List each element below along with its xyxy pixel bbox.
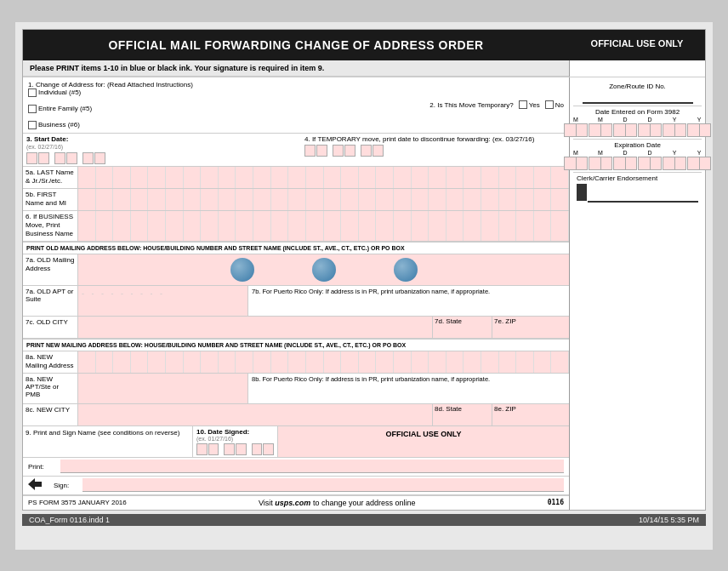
temp-date-cell-6[interactable] [373, 145, 384, 157]
business-name-input[interactable] [78, 211, 569, 241]
date-cell-5[interactable] [82, 152, 94, 164]
date-y1[interactable] [663, 123, 674, 137]
exp-m3[interactable] [589, 157, 600, 170]
old-city-input[interactable] [78, 317, 433, 338]
status-bar: COA_Form 0116.indd 1 10/14/15 5:35 PM [22, 514, 706, 526]
date-d3[interactable] [638, 123, 650, 137]
temp-date-cell-4[interactable] [344, 145, 355, 157]
sign-input[interactable] [82, 478, 564, 492]
clerk-area: Clerk/Carrier Endorsement [573, 173, 702, 204]
exp-d1[interactable] [613, 157, 625, 170]
date-y4[interactable] [699, 123, 711, 137]
exp-m1[interactable] [564, 157, 576, 170]
date-m3[interactable] [589, 123, 600, 137]
temp-date-cell-2[interactable] [316, 145, 327, 157]
date-cell-2[interactable] [38, 152, 49, 164]
print-input[interactable] [60, 460, 564, 473]
item5b-label: 5b. FIRST Name and MI [23, 189, 78, 210]
yes-option[interactable]: Yes [519, 100, 540, 109]
item8e-label: 8e. ZIP [492, 404, 569, 414]
exp-d2[interactable] [625, 157, 637, 170]
first-name-input[interactable] [78, 189, 569, 210]
temp-date-cell-5[interactable] [361, 145, 372, 157]
item10-hint: (ex. 01/27/16) [196, 436, 274, 442]
date-cell-6[interactable] [94, 152, 105, 164]
row-8a: 8a. NEW Mailing Address [23, 351, 569, 374]
yes-checkbox[interactable] [519, 100, 527, 109]
date-d1[interactable] [613, 123, 625, 137]
old-address-input[interactable] [78, 254, 569, 285]
date-d2[interactable] [625, 123, 637, 137]
temp-date-cell-1[interactable] [304, 145, 316, 157]
item7b-text: 7b. For Puerto Rico Only: If address is … [248, 286, 569, 316]
temp-date-input[interactable] [304, 145, 566, 157]
date-cell-3[interactable] [54, 152, 65, 164]
start-date-input[interactable] [26, 152, 287, 164]
temp-date-cell-3[interactable] [333, 145, 344, 157]
item2-label: 2. Is This Move Temporary? [429, 101, 513, 109]
clerk-endorsement-input[interactable] [588, 186, 698, 203]
row-8a-apt: 8a. NEW APT/Ste or PMB 8b. For Puerto Ri… [23, 374, 569, 404]
footer-right: 0116 [548, 499, 564, 506]
item10-label: 10. Date Signed: [196, 428, 274, 436]
new-state-input[interactable] [433, 414, 492, 425]
new-zip-input[interactable] [492, 414, 569, 425]
date-cell-4[interactable] [66, 152, 77, 164]
item1-label: 1. Change of Address for: (Read Attached… [28, 81, 193, 89]
business-checkbox[interactable] [28, 121, 37, 129]
old-apt-input[interactable]: - - - - - - - - - [78, 286, 248, 316]
row-first-name: 5b. FIRST Name and MI [23, 189, 569, 211]
official-use-sidebar: Zone/Route ID No. Date Entered on Form 3… [569, 77, 705, 510]
form-title: OFFICIAL MAIL FORWARDING CHANGE OF ADDRE… [23, 30, 569, 60]
entire-family-checkbox[interactable] [28, 105, 37, 113]
new-apt-input[interactable] [78, 374, 248, 403]
individual-checkbox[interactable] [28, 89, 37, 97]
date-m2[interactable] [576, 123, 588, 137]
official-use-bottom: OFFICIAL USE ONLY [278, 426, 569, 457]
no-checkbox[interactable] [545, 100, 554, 109]
date-m1[interactable] [564, 123, 576, 137]
date-signed-input[interactable] [196, 443, 274, 455]
date-y2[interactable] [674, 123, 686, 137]
exp-m2[interactable] [576, 157, 588, 170]
footer-left: PS FORM 3575 JANUARY 2016 [28, 499, 127, 506]
date-y3[interactable] [687, 123, 699, 137]
date-cell-1[interactable] [26, 152, 37, 164]
exp-y1[interactable] [663, 157, 674, 170]
item3-label: 3. Start Date: [26, 135, 68, 143]
date-d4[interactable] [650, 123, 662, 137]
old-addr-header: PRINT OLD MAILING ADDRESS BELOW: HOUSE/B… [23, 242, 569, 254]
date-m4[interactable] [600, 123, 612, 137]
item7a-label: 7a. OLD Mailing Address [23, 254, 78, 285]
individual-option[interactable]: Individual (#5) [28, 89, 423, 97]
item6-label: 6. If BUSINESS Move, Print Business Name [23, 211, 78, 241]
zone-route-label: Zone/Route ID No. [577, 83, 698, 90]
old-state-input[interactable] [433, 326, 492, 338]
exp-d4[interactable] [650, 157, 662, 170]
last-name-input[interactable] [78, 167, 569, 188]
subheader-text: Please PRINT items 1-10 in blue or black… [23, 60, 569, 77]
exp-y2[interactable] [674, 157, 686, 170]
exp-d3[interactable] [638, 157, 650, 170]
exp-y3[interactable] [687, 157, 699, 170]
item8a-label: 8a. NEW Mailing Address [23, 351, 78, 373]
no-option[interactable]: No [545, 100, 564, 109]
row-9-header: 9. Print and Sign Name (see conditions o… [23, 426, 569, 458]
exp-y4[interactable] [699, 157, 711, 170]
item7d-label: 7d. State [433, 317, 492, 326]
row-last-name: 5a. LAST Name & Jr./Sr./etc. [23, 167, 569, 189]
zone-route-area: Zone/Route ID No. [573, 81, 702, 106]
exp-m4[interactable] [600, 157, 612, 170]
clerk-endorsement-bar[interactable] [577, 184, 587, 201]
name-cell[interactable] [78, 167, 96, 188]
new-city-input[interactable] [78, 404, 433, 425]
old-state-section: 7d. State [433, 317, 492, 338]
sign-label: Sign: [54, 482, 76, 489]
entire-family-option[interactable]: Entire Family (#5) [28, 105, 423, 113]
date-entered-area: Date Entered on Form 3982 M M [573, 106, 702, 140]
new-address-input[interactable] [78, 351, 569, 373]
item10-section: 10. Date Signed: (ex. 01/27/16) [193, 426, 278, 457]
business-option[interactable]: Business (#6) [28, 121, 423, 129]
old-zip-input[interactable] [492, 326, 569, 338]
zone-route-input[interactable] [583, 90, 693, 104]
